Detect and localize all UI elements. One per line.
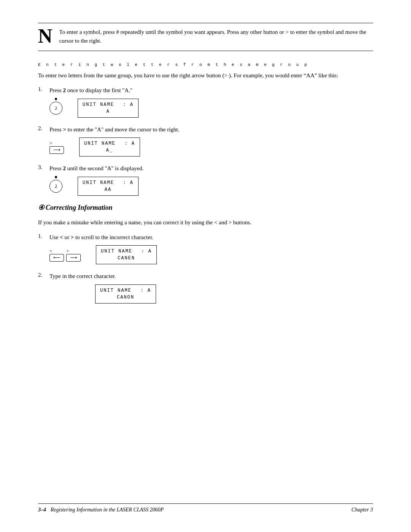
button-dot-3 xyxy=(55,176,57,178)
lcd-colon-a-1: : A xyxy=(123,101,134,108)
lcd-colon-a-c2: : A xyxy=(140,287,151,294)
correct-step-1-illustration: < ⟵ > ⟶ UNIT NAME : A CANEN xyxy=(49,245,373,264)
right-arrow-symbol: > xyxy=(66,248,69,253)
step-1-content: Press 2 once to display the first "A." 2… xyxy=(49,86,373,118)
lcd-unit-name-2: UNIT NAME xyxy=(84,140,116,147)
lcd-row2-3: AA xyxy=(83,186,134,193)
step-2-number: 2. xyxy=(38,125,46,132)
lcd-display-3: UNIT NAME : A AA xyxy=(78,177,139,196)
button-dot xyxy=(55,98,57,100)
footer-chapter: Chapter 3 xyxy=(352,507,373,513)
lcd-colon-a-2: : A xyxy=(124,140,135,147)
lcd-row1-3: UNIT NAME : A xyxy=(83,179,134,186)
lcd-unit-name-c2: UNIT NAME xyxy=(100,287,132,294)
lcd-row2-2: A_ xyxy=(84,147,135,154)
step-1-illustration: 2 UNIT NAME : A A xyxy=(49,99,373,118)
footer-page-number: 3–4 xyxy=(38,507,46,513)
correct-step-1-number: 1. xyxy=(38,233,46,240)
correct-step-2-number: 2. xyxy=(38,272,46,278)
lcd-display-c2: UNIT NAME : A CANON xyxy=(95,284,156,304)
button-arrow-left: < ⟵ xyxy=(49,248,64,262)
correct-step-1: 1. Use < or > to scroll to the incorrect… xyxy=(38,233,373,265)
spaced-heading: E n t e r i n g t w o l e t t e r s f r … xyxy=(38,62,373,67)
page: N To enter a symbol, press # repeatedly … xyxy=(0,0,411,532)
lcd-row2-c2: CANON xyxy=(100,294,151,301)
right-arrow-rect: ⟶ xyxy=(66,254,81,262)
lcd-row2-c1: CANEN xyxy=(101,255,152,262)
left-arrow-rect: ⟵ xyxy=(49,254,64,262)
correct-step-2-illustration: UNIT NAME : A CANON xyxy=(49,284,373,304)
correct-step-2-text: Type in the correct character. xyxy=(49,272,373,281)
entering-two-intro: To enter two letters from the same group… xyxy=(38,71,373,80)
button-circle-3: 2 xyxy=(49,180,62,193)
lcd-row1-2: UNIT NAME : A xyxy=(84,140,135,147)
arrow-symbol: > xyxy=(49,141,52,145)
footer: 3–4 Registering Information in the LASER… xyxy=(38,503,373,513)
correcting-intro: If you make a mistake while entering a n… xyxy=(38,218,373,227)
heading-bullet: ④ xyxy=(38,204,44,211)
step-1-number: 1. xyxy=(38,86,46,93)
button-arrow-right: > ⟶ xyxy=(66,248,81,262)
note-box: N To enter a symbol, press # repeatedly … xyxy=(38,23,373,51)
step-2-illustration: > ⟶ UNIT NAME : A A_ xyxy=(49,137,373,157)
button-arrow-right-step2: > ⟶ xyxy=(49,141,64,154)
correct-step-1-content: Use < or > to scroll to the incorrect ch… xyxy=(49,233,373,265)
lcd-unit-name-c1: UNIT NAME xyxy=(101,248,132,255)
step-3-content: Press 2 until the second "A" is displaye… xyxy=(49,164,373,196)
lcd-display-c1: UNIT NAME : A CANEN xyxy=(96,245,157,264)
button-2-step1: 2 xyxy=(49,102,62,115)
lcd-colon-a-3: : A xyxy=(123,179,134,186)
lcd-unit-name-3: UNIT NAME xyxy=(83,179,114,186)
step-2-text: Press > to enter the "A" and move the cu… xyxy=(49,125,373,134)
step-2-content: Press > to enter the "A" and move the cu… xyxy=(49,125,373,157)
heading-text: Correcting Information xyxy=(46,204,113,211)
arrow-rect: ⟶ xyxy=(49,146,64,154)
step-1: 1. Press 2 once to display the first "A.… xyxy=(38,86,373,118)
step-2: 2. Press > to enter the "A" and move the… xyxy=(38,125,373,157)
lcd-row1: UNIT NAME : A xyxy=(83,101,134,108)
button-2-step3: 2 xyxy=(49,180,62,193)
step-1-text: Press 2 once to display the first "A." xyxy=(49,86,373,95)
lcd-row1-c2: UNIT NAME : A xyxy=(100,287,151,294)
lcd-display-2: UNIT NAME : A A_ xyxy=(79,137,140,157)
lcd-unit-name-1: UNIT NAME xyxy=(83,101,114,108)
note-text: To enter a symbol, press # repeatedly un… xyxy=(59,28,373,45)
step-3-illustration: 2 UNIT NAME : A AA xyxy=(49,177,373,196)
correct-step-2: 2. Type in the correct character. UNIT N… xyxy=(38,272,373,304)
footer-description: Registering Information in the LASER CLA… xyxy=(51,507,164,513)
step-3-text: Press 2 until the second "A" is displaye… xyxy=(49,164,373,173)
button-circle: 2 xyxy=(49,102,62,115)
footer-left: 3–4 Registering Information in the LASER… xyxy=(38,507,164,513)
correct-step-2-content: Type in the correct character. UNIT NAME… xyxy=(49,272,373,304)
correct-step-1-text: Use < or > to scroll to the incorrect ch… xyxy=(49,233,373,242)
lcd-colon-a-c1: : A xyxy=(141,248,152,255)
left-arrow-symbol: < xyxy=(49,248,52,253)
lcd-row2-1: A xyxy=(83,108,134,115)
correcting-heading: ④Correcting Information xyxy=(38,203,373,212)
lcd-row1-c1: UNIT NAME : A xyxy=(101,248,152,255)
step-3-number: 3. xyxy=(38,164,46,171)
note-letter: N xyxy=(38,26,53,46)
lcd-display-1: UNIT NAME : A A xyxy=(78,99,139,118)
step-3: 3. Press 2 until the second "A" is displ… xyxy=(38,164,373,196)
buttons-pair: < ⟵ > ⟶ xyxy=(49,248,81,262)
